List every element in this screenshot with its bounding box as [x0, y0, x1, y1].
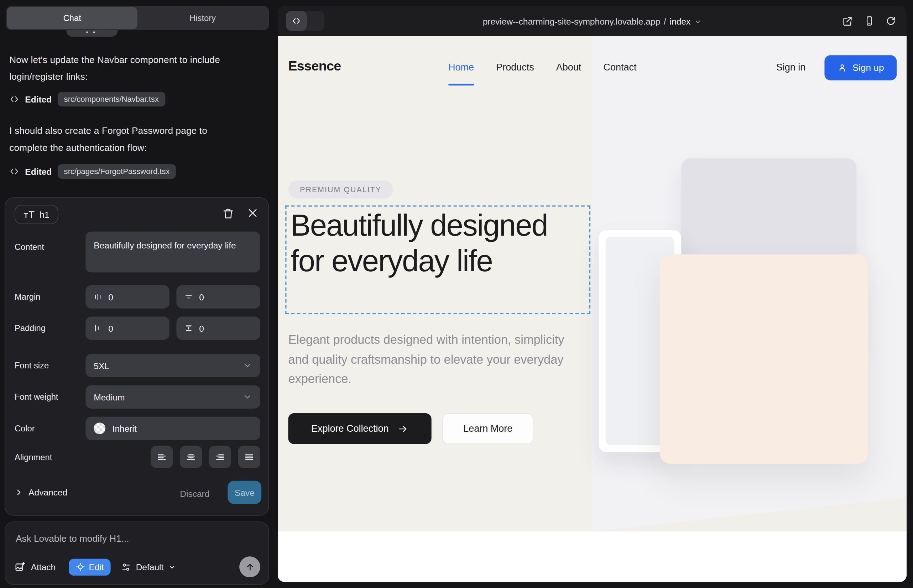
align-justify-button[interactable] [238, 446, 260, 468]
mobile-view-icon[interactable] [864, 16, 874, 26]
attach-button[interactable]: Attach [15, 561, 55, 572]
decor-card-cream [660, 255, 868, 464]
preview-window: preview--charming-site-symphony.lovable.… [278, 6, 907, 582]
edit-action-label: Edited [25, 166, 52, 176]
font-weight-label: Font weight [15, 392, 58, 402]
lovable-app: Chat History Now let's update the Navbar… [0, 0, 913, 588]
tab-history[interactable]: History [138, 7, 268, 29]
discard-button[interactable]: Discard [180, 489, 209, 499]
chat-history-tabs: Chat History [6, 6, 269, 30]
nav-link-products[interactable]: Products [496, 61, 534, 73]
composer-input[interactable]: Ask Lovable to modify H1... [16, 533, 129, 544]
scrolled-chip-fragment [66, 30, 118, 37]
margin-vertical-input[interactable]: 0 [176, 285, 260, 308]
hero-paragraph: Elegant products designed with intention… [288, 330, 575, 388]
element-tag-label: h1 [39, 210, 49, 220]
code-icon [9, 166, 19, 176]
font-size-select[interactable]: 5XL [86, 354, 260, 377]
edited-file-chip[interactable]: src/components/Navbar.tsx [58, 92, 165, 107]
send-button[interactable] [239, 556, 260, 577]
nav-link-home[interactable]: Home [448, 61, 474, 73]
edited-file-chip[interactable]: src/pages/ForgotPassword.tsx [58, 164, 176, 179]
alignment-label: Alignment [15, 453, 52, 462]
align-center-button[interactable] [180, 446, 202, 468]
margin-horizontal-icon [93, 292, 102, 302]
delete-element-button[interactable] [222, 207, 235, 220]
color-swatch [94, 423, 105, 434]
align-justify-icon [244, 452, 254, 462]
edited-file-row: Edited src/components/Navbar.tsx [9, 92, 165, 107]
arrow-right-icon [398, 423, 408, 434]
open-in-new-tab-icon[interactable] [842, 15, 853, 26]
refresh-icon[interactable] [885, 16, 896, 26]
learn-more-button[interactable]: Learn More [443, 413, 533, 444]
typography-icon [23, 210, 35, 219]
arrow-up-icon [245, 562, 255, 572]
font-weight-select[interactable]: Medium [86, 386, 260, 409]
preview-url: preview--charming-site-symphony.lovable.… [483, 16, 660, 26]
site-logo[interactable]: Essence [288, 58, 341, 74]
color-label: Color [15, 423, 35, 433]
code-icon [9, 94, 19, 104]
advanced-toggle[interactable]: Advanced [15, 487, 67, 497]
chat-composer: Ask Lovable to modify H1... Attach Edit … [5, 522, 269, 585]
close-panel-button[interactable] [247, 207, 260, 220]
margin-vertical-icon [184, 292, 193, 302]
chevron-down-icon [243, 361, 252, 370]
margin-horizontal-input[interactable]: 0 [86, 285, 169, 308]
margin-label: Margin [15, 292, 40, 302]
edited-file-row: Edited src/pages/ForgotPassword.tsx [9, 164, 176, 179]
target-icon [76, 562, 85, 572]
align-right-icon [215, 452, 225, 462]
align-left-icon [157, 452, 167, 462]
align-center-icon [186, 452, 196, 462]
sign-in-link[interactable]: Sign in [776, 61, 806, 73]
chevron-down-icon [694, 18, 701, 25]
padding-label: Padding [15, 323, 45, 333]
hero-heading: Beautifully designed for everyday life [291, 208, 582, 279]
h1-selection-outline[interactable]: Beautifully designed for everyday life [285, 205, 590, 314]
preview-page: index [670, 16, 691, 26]
site-navbar: Essence Home Products About Contact Sign… [278, 36, 907, 100]
color-select[interactable]: Inherit [86, 417, 260, 440]
font-size-label: Font size [15, 361, 49, 370]
chevron-down-icon [168, 563, 176, 570]
chevron-right-icon [15, 488, 23, 496]
align-left-button[interactable] [151, 446, 173, 468]
below-hero-section [278, 531, 907, 582]
padding-horizontal-icon [93, 323, 102, 333]
sign-up-button[interactable]: Sign up [824, 55, 897, 80]
element-inspector-panel: h1 Content Beautifully designed for ever… [5, 197, 269, 515]
padding-vertical-icon [184, 323, 193, 333]
tab-chat[interactable]: Chat [7, 7, 138, 29]
url-breadcrumb[interactable]: preview--charming-site-symphony.lovable.… [278, 6, 907, 36]
sliders-icon [121, 562, 131, 572]
site-canvas: Essence Home Products About Contact Sign… [278, 36, 907, 582]
explore-collection-button[interactable]: Explore Collection [288, 413, 431, 444]
chevron-down-icon [243, 392, 252, 402]
selected-element-badge[interactable]: h1 [15, 205, 58, 224]
padding-vertical-input[interactable]: 0 [176, 317, 260, 340]
padding-horizontal-input[interactable]: 0 [86, 317, 169, 340]
nav-link-contact[interactable]: Contact [604, 61, 637, 73]
premium-quality-badge: PREMIUM QUALITY [288, 181, 393, 199]
preview-topbar: preview--charming-site-symphony.lovable.… [278, 6, 907, 36]
save-button[interactable]: Save [228, 481, 261, 504]
content-input[interactable]: Beautifully designed for everyday life [86, 232, 260, 272]
chat-message: I should also create a Forgot Password p… [9, 122, 242, 156]
path-separator: / [664, 16, 666, 26]
align-right-button[interactable] [209, 446, 231, 468]
nav-link-about[interactable]: About [556, 61, 581, 73]
image-plus-icon [15, 561, 26, 572]
chat-message: Now let's update the Navbar component to… [9, 51, 242, 85]
content-label: Content [15, 242, 44, 251]
edit-action-label: Edited [25, 94, 52, 104]
hero-diagonal-wedge [591, 495, 907, 531]
edit-mode-button[interactable]: Edit [68, 559, 111, 575]
model-default-select[interactable]: Default [121, 562, 176, 572]
user-icon [837, 63, 847, 73]
